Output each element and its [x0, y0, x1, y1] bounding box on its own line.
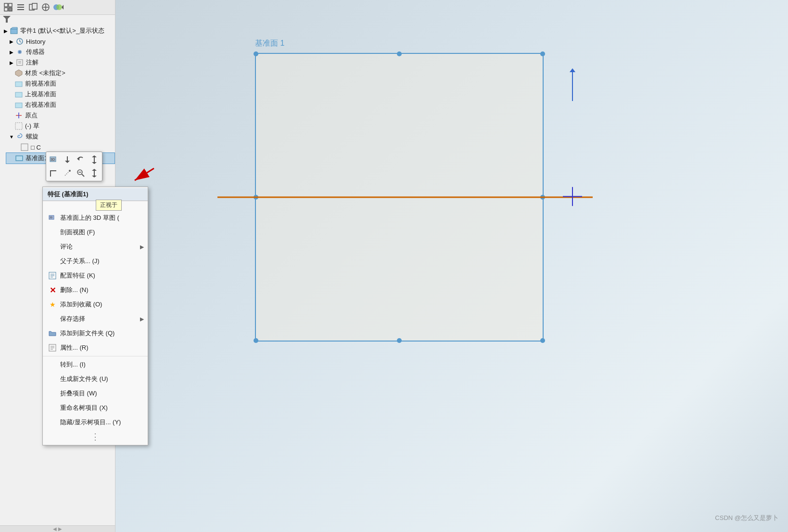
context-item-sketch3d[interactable]: 3D 基准面上的 3D 草图 (: [43, 211, 148, 225]
svg-marker-49: [92, 169, 97, 171]
svg-rect-33: [21, 144, 28, 151]
svg-line-43: [65, 171, 70, 176]
context-label-config: 配置特征 (K): [60, 271, 95, 280]
toolbar-btn-1[interactable]: [3, 2, 13, 13]
svg-rect-28: [15, 92, 22, 97]
context-item-properties[interactable]: 属性... (R): [43, 341, 148, 355]
tree-item-annotation[interactable]: ▶ 注解: [6, 57, 115, 68]
toolbar-btn-3[interactable]: [28, 2, 38, 13]
goto-icon: [48, 360, 57, 369]
svg-marker-41: [92, 155, 97, 157]
context-item-add-folder[interactable]: 添加到新文件夹 (Q): [43, 326, 148, 341]
mini-btn-normal[interactable]: [88, 153, 101, 166]
toolbar-btn-2[interactable]: [15, 2, 26, 13]
context-item-hide-show[interactable]: 隐藏/显示树项目... (Y): [43, 415, 148, 430]
svg-point-44: [69, 170, 71, 172]
sidebar-scrollbar[interactable]: ◀ ▶: [0, 525, 115, 532]
history-icon: [15, 37, 24, 46]
mini-btn-pen[interactable]: [61, 167, 74, 179]
context-item-parent[interactable]: 父子关系... (J): [43, 254, 148, 268]
annotation-label: 注解: [26, 58, 38, 67]
context-item-goto[interactable]: 转到... (I): [43, 357, 148, 372]
origin-icon: [14, 111, 23, 120]
tree-item-sketch-dash[interactable]: (-) 草: [6, 121, 115, 131]
expand-history[interactable]: ▶: [9, 38, 14, 44]
horizontal-line: [217, 197, 593, 198]
mini-btn-normal2[interactable]: [88, 167, 101, 179]
context-label-save-select: 保存选择: [60, 315, 85, 323]
tree-item-helix[interactable]: ▼ 螺旋: [6, 131, 115, 142]
base-plane-label: 基准面1: [25, 154, 48, 163]
expand-helix[interactable]: ▼: [9, 134, 14, 139]
svg-rect-2: [4, 8, 8, 11]
context-header: 特征 (基准面1): [43, 188, 148, 201]
tree-item-right-plane[interactable]: 右视基准面: [6, 100, 115, 110]
sensor-label: 传感器: [26, 48, 45, 56]
context-item-new-folder[interactable]: 生成新文件夹 (U): [43, 372, 148, 386]
mini-btn-zoom[interactable]: [75, 167, 87, 179]
sketch2-icon: [20, 143, 29, 152]
dot-bm: [397, 338, 402, 343]
hide-show-icon: [48, 418, 57, 427]
svg-rect-27: [15, 82, 22, 87]
tree-item-front-plane[interactable]: 前视基准面: [6, 78, 115, 89]
mini-toolbar: 3D: [46, 152, 102, 181]
delete-icon: ✕: [48, 285, 57, 295]
svg-rect-23: [17, 60, 23, 65]
svg-rect-0: [4, 3, 8, 7]
tree-item-sensor[interactable]: ▶ 传感器: [6, 47, 115, 57]
tree-item-history[interactable]: ▶ History: [6, 36, 115, 47]
svg-rect-32: [15, 123, 22, 129]
material-icon: [14, 69, 23, 77]
svg-line-20: [20, 41, 21, 42]
filter-icon[interactable]: [0, 15, 115, 24]
tree-root[interactable]: ▶ 零件1 (默认<<默认>_显示状态: [0, 25, 115, 36]
right-plane-icon: [14, 101, 23, 109]
context-item-favorite[interactable]: ★ 添加到收藏 (O): [43, 297, 148, 312]
svg-marker-64: [570, 68, 575, 72]
tree-item-material[interactable]: 材质 <未指定>: [6, 68, 115, 78]
expand-sensor[interactable]: ▶: [9, 49, 14, 55]
sketch3d-icon: 3D: [48, 213, 57, 223]
sketch2-label: □ C: [31, 144, 41, 151]
right-plane-label: 右视基准面: [25, 101, 56, 109]
mini-btn-down[interactable]: [61, 153, 74, 166]
save-select-icon: [48, 314, 57, 324]
context-label-properties: 属性... (R): [60, 343, 89, 352]
context-item-comment[interactable]: 评论 ▶: [43, 240, 148, 254]
tree-item-top-plane[interactable]: 上视基准面: [6, 89, 115, 100]
svg-marker-26: [15, 70, 22, 76]
base-plane-icon: [15, 154, 24, 163]
mini-btn-corner[interactable]: [48, 167, 60, 179]
svg-text:3D: 3D: [50, 216, 53, 219]
expand-annotation[interactable]: ▶: [9, 60, 14, 65]
context-item-save-select[interactable]: 保存选择 ▶: [43, 312, 148, 326]
context-item-section[interactable]: 剖面视图 (F): [43, 225, 148, 240]
mini-btn-sketch3d[interactable]: 3D: [48, 153, 60, 166]
mini-btn-undo[interactable]: [75, 153, 87, 166]
dot-tl: [254, 51, 258, 56]
context-label-delete: 删除... (N): [60, 286, 89, 294]
context-item-rename[interactable]: 重命名树项目 (X): [43, 401, 148, 415]
context-item-collapse[interactable]: 折叠项目 (W): [43, 386, 148, 401]
tree-item-sketch2[interactable]: □ C: [12, 142, 115, 152]
toolbar-btn-color[interactable]: [53, 2, 64, 13]
context-label-favorite: 添加到收藏 (O): [60, 300, 102, 309]
main-viewport[interactable]: x 基准面 1: [115, 0, 788, 532]
properties-icon: [48, 343, 57, 353]
config-icon: [48, 271, 57, 280]
expand-root[interactable]: ▶: [3, 28, 9, 34]
context-item-delete[interactable]: ✕ 删除... (N): [43, 283, 148, 297]
comment-submenu-arrow: ▶: [140, 244, 144, 250]
top-plane-label: 上视基准面: [25, 90, 56, 99]
toolbar-btn-4[interactable]: [40, 2, 51, 13]
dot-bl: [254, 338, 258, 343]
context-item-config[interactable]: 配置特征 (K): [43, 268, 148, 283]
tree-item-origin[interactable]: 原点: [6, 110, 115, 121]
more-indicator: ⋮: [43, 430, 148, 444]
root-icon: [10, 26, 18, 35]
svg-point-13: [56, 4, 62, 10]
sidebar: ▶ 零件1 (默认<<默认>_显示状态 ▶ History: [0, 0, 115, 532]
parent-icon: [48, 256, 57, 266]
svg-marker-50: [92, 176, 97, 177]
